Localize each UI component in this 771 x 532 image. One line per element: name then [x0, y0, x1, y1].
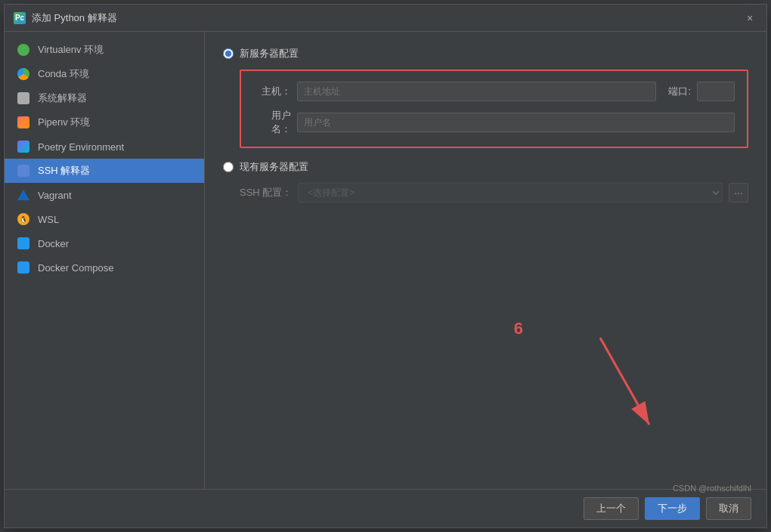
- dialog-footer: 上一个 下一步 取消: [5, 489, 766, 527]
- sidebar-label-poetry: Poetry Environment: [38, 141, 124, 153]
- add-interpreter-dialog: Pc 添加 Python 解释器 × Virtualenv 环境 Conda 环…: [4, 4, 767, 528]
- dialog-title: 添加 Python 解释器: [32, 11, 117, 25]
- host-input[interactable]: [297, 82, 656, 101]
- username-row: 用户名：: [253, 109, 735, 136]
- sidebar-item-wsl[interactable]: 🐧 WSL: [5, 207, 204, 231]
- sidebar-label-ssh: SSH 解释器: [38, 164, 90, 178]
- username-label: 用户名：: [253, 109, 291, 136]
- sidebar-label-docker-compose: Docker Compose: [38, 262, 113, 274]
- docker-icon: [17, 237, 30, 250]
- username-input[interactable]: [297, 113, 735, 132]
- sidebar: Virtualenv 环境 Conda 环境 系统解释器 Pipenv 环境: [5, 32, 205, 489]
- new-server-radio[interactable]: [223, 48, 234, 59]
- existing-server-radio[interactable]: [223, 162, 234, 172]
- sidebar-item-system[interactable]: 系统解释器: [5, 86, 204, 110]
- wsl-icon: 🐧: [17, 212, 30, 226]
- close-button[interactable]: ×: [742, 11, 757, 26]
- sidebar-item-conda[interactable]: Conda 环境: [5, 62, 204, 86]
- sidebar-item-docker[interactable]: Docker: [5, 231, 204, 255]
- sidebar-item-ssh[interactable]: SSH 解释器: [5, 159, 204, 183]
- new-server-section: 新服务器配置 主机： 端口: 22 用户名：: [223, 47, 748, 148]
- docker-compose-icon: [17, 261, 30, 274]
- ssh-icon: [17, 164, 30, 178]
- svg-line-1: [600, 338, 649, 425]
- ssh-config-label: SSH 配置：: [240, 186, 292, 200]
- existing-server-label: 现有服务器配置: [240, 160, 308, 174]
- port-input[interactable]: 22: [697, 82, 735, 101]
- port-label: 端口:: [668, 85, 691, 98]
- existing-server-radio-label[interactable]: 现有服务器配置: [223, 160, 748, 174]
- annotation-arrow: [577, 330, 668, 436]
- sidebar-label-conda: Conda 环境: [38, 67, 89, 81]
- vagrant-icon: [17, 188, 30, 202]
- sidebar-item-vagrant[interactable]: Vagrant: [5, 183, 204, 207]
- host-label: 主机：: [253, 85, 291, 98]
- annotation-number: 6: [514, 319, 523, 339]
- sidebar-item-virtualenv[interactable]: Virtualenv 环境: [5, 38, 204, 62]
- new-server-label: 新服务器配置: [240, 47, 299, 60]
- sidebar-label-vagrant: Vagrant: [38, 190, 72, 201]
- system-icon: [17, 91, 30, 105]
- title-left: Pc 添加 Python 解释器: [14, 11, 117, 25]
- ssh-more-button[interactable]: ···: [729, 183, 748, 203]
- sidebar-item-pipenv[interactable]: Pipenv 环境: [5, 110, 204, 135]
- sidebar-item-poetry[interactable]: Poetry Environment: [5, 135, 204, 159]
- conda-icon: [17, 67, 30, 81]
- sidebar-label-docker: Docker: [38, 238, 69, 249]
- title-bar: Pc 添加 Python 解释器 ×: [5, 5, 766, 32]
- next-button[interactable]: 下一步: [645, 497, 700, 520]
- new-server-radio-label[interactable]: 新服务器配置: [223, 47, 748, 60]
- prev-button[interactable]: 上一个: [584, 497, 639, 520]
- main-panel: 新服务器配置 主机： 端口: 22 用户名：: [205, 32, 766, 489]
- sidebar-label-pipenv: Pipenv 环境: [38, 116, 90, 129]
- host-row: 主机： 端口: 22: [253, 82, 735, 101]
- poetry-icon: [17, 140, 30, 153]
- sidebar-label-wsl: WSL: [38, 214, 59, 225]
- dialog-content: Virtualenv 环境 Conda 环境 系统解释器 Pipenv 环境: [5, 32, 766, 489]
- sidebar-label-virtualenv: Virtualenv 环境: [38, 43, 104, 57]
- watermark: CSDN @rothschifdlhl: [673, 484, 751, 493]
- sidebar-item-docker-compose[interactable]: Docker Compose: [5, 255, 204, 280]
- ssh-config-select[interactable]: <选择配置>: [298, 183, 723, 203]
- new-server-form-box: 主机： 端口: 22 用户名：: [240, 70, 748, 148]
- virtualenv-icon: [17, 43, 30, 57]
- sidebar-label-system: 系统解释器: [38, 91, 87, 105]
- cancel-button[interactable]: 取消: [706, 497, 751, 520]
- app-icon: Pc: [14, 12, 26, 24]
- pipenv-icon: [17, 116, 30, 129]
- existing-server-section: 现有服务器配置 SSH 配置： <选择配置> ···: [223, 160, 748, 203]
- ssh-config-row: SSH 配置： <选择配置> ···: [240, 183, 748, 203]
